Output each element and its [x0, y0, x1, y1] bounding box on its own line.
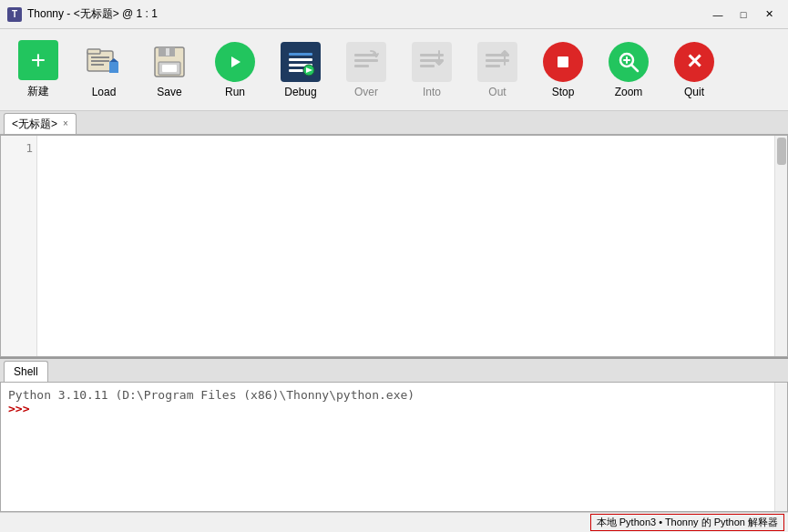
- editor-scrollbar[interactable]: [774, 136, 787, 356]
- save-button[interactable]: Save: [138, 35, 200, 106]
- editor-tab-bar: <无标题> ×: [0, 111, 788, 135]
- svg-marker-10: [231, 56, 240, 67]
- into-icon: [412, 42, 452, 82]
- debug-icon: [281, 42, 321, 82]
- svg-line-28: [631, 65, 638, 71]
- over-button[interactable]: Over: [335, 35, 397, 106]
- shell-area: Shell Python 3.10.11 (D:\Program Files (…: [0, 357, 788, 512]
- over-icon: [346, 42, 386, 82]
- status-right-text: 本地 Python3 • Thonny 的 Python 解释器: [590, 514, 784, 531]
- shell-tab[interactable]: Shell: [4, 361, 48, 382]
- toolbar: + 新建 Load: [0, 29, 788, 111]
- line-numbers: 1: [1, 136, 37, 356]
- run-icon: [215, 42, 255, 82]
- shell-info-line: Python 3.10.11 (D:\Program Files (x86)\T…: [8, 388, 767, 402]
- out-button[interactable]: Out: [466, 35, 528, 106]
- editor-tab[interactable]: <无标题> ×: [4, 113, 77, 134]
- stop-button[interactable]: Stop: [532, 35, 594, 106]
- new-label: 新建: [27, 84, 49, 99]
- svg-rect-2: [91, 56, 109, 58]
- shell-pane: Python 3.10.11 (D:\Program Files (x86)\T…: [0, 383, 788, 512]
- close-button[interactable]: ✕: [757, 5, 781, 24]
- debug-label: Debug: [284, 86, 316, 98]
- new-button[interactable]: + 新建: [7, 35, 69, 106]
- editor-scrollbar-thumb: [777, 138, 786, 165]
- shell-scrollbar[interactable]: [774, 383, 787, 511]
- svg-rect-20: [420, 54, 444, 56]
- out-icon: [477, 42, 517, 82]
- title-bar: T Thonny - <无标题> @ 1 : 1 — □ ✕: [0, 0, 788, 29]
- svg-rect-23: [486, 54, 509, 56]
- over-label: Over: [354, 86, 378, 98]
- svg-rect-14: [289, 69, 303, 72]
- debug-button[interactable]: Debug: [270, 35, 332, 106]
- shell-prompt-line: >>>: [8, 402, 767, 415]
- maximize-button[interactable]: □: [732, 5, 755, 24]
- svg-rect-11: [289, 53, 312, 56]
- svg-rect-22: [420, 65, 435, 67]
- svg-rect-3: [91, 60, 109, 62]
- run-button[interactable]: Run: [204, 35, 266, 106]
- zoom-button[interactable]: Zoom: [598, 35, 660, 106]
- svg-rect-21: [420, 59, 444, 62]
- editor-area: <无标题> × 1: [0, 111, 788, 357]
- editor-tab-label: <无标题>: [12, 117, 57, 132]
- into-button[interactable]: Into: [401, 35, 463, 106]
- main-content: <无标题> × 1 Shell Python 3.10.11 (D:\Progr…: [0, 111, 788, 512]
- quit-button[interactable]: ✕ Quit: [663, 35, 725, 106]
- line-number: 1: [5, 141, 33, 155]
- save-label: Save: [157, 86, 181, 98]
- svg-rect-4: [91, 64, 104, 66]
- into-label: Into: [423, 86, 441, 98]
- new-icon: +: [18, 40, 58, 80]
- load-button[interactable]: Load: [73, 35, 135, 106]
- minimize-button[interactable]: —: [706, 5, 730, 24]
- shell-tab-label: Shell: [14, 365, 38, 378]
- editor-content[interactable]: [37, 136, 774, 356]
- quit-label: Quit: [684, 86, 704, 98]
- shell-tab-bar: Shell: [0, 359, 788, 383]
- svg-rect-26: [558, 56, 568, 67]
- stop-icon: [543, 42, 583, 82]
- zoom-icon: [609, 42, 649, 82]
- svg-rect-24: [486, 59, 509, 62]
- stop-label: Stop: [552, 86, 575, 98]
- svg-rect-9: [162, 65, 177, 72]
- save-icon: [149, 42, 189, 82]
- shell-content[interactable]: Python 3.10.11 (D:\Program Files (x86)\T…: [1, 383, 774, 511]
- window-controls: — □ ✕: [706, 5, 781, 24]
- shell-prompt: >>>: [8, 402, 29, 415]
- svg-rect-19: [354, 65, 369, 67]
- load-icon: [84, 42, 124, 82]
- quit-icon: ✕: [674, 42, 714, 82]
- app-icon: T: [7, 7, 22, 22]
- status-bar: 本地 Python3 • Thonny 的 Python 解释器: [0, 512, 788, 532]
- svg-rect-1: [87, 49, 100, 54]
- zoom-label: Zoom: [615, 86, 643, 98]
- load-label: Load: [92, 86, 117, 98]
- svg-rect-12: [289, 58, 312, 61]
- svg-rect-7: [166, 48, 169, 56]
- editor-tab-close[interactable]: ×: [63, 119, 68, 128]
- editor-pane: 1: [0, 135, 788, 357]
- svg-rect-25: [486, 65, 500, 67]
- svg-rect-18: [354, 59, 378, 62]
- run-label: Run: [225, 86, 245, 98]
- title-text: Thonny - <无标题> @ 1 : 1: [27, 6, 706, 22]
- out-label: Out: [488, 86, 506, 98]
